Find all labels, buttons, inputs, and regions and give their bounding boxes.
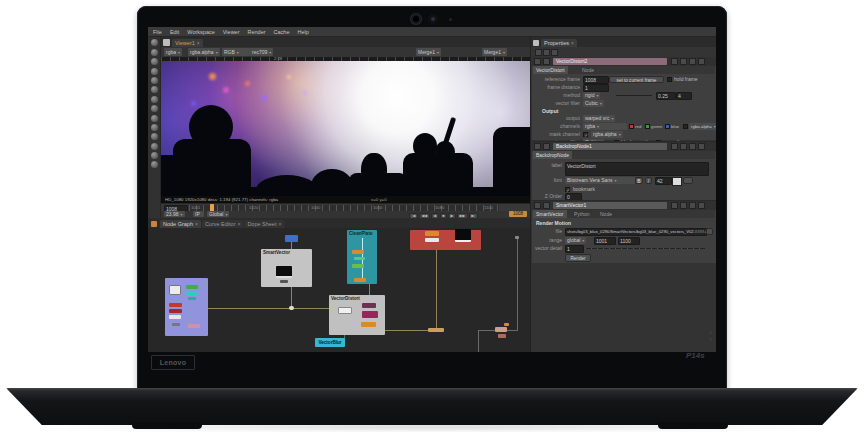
node-red[interactable] xyxy=(169,303,182,307)
toolbar-color-icon[interactable] xyxy=(151,77,158,84)
drag-handle-icon[interactable] xyxy=(534,202,541,209)
alpha-checkbox[interactable] xyxy=(683,124,688,129)
reference-frame-field[interactable]: 1008 xyxy=(583,76,609,84)
viewer-layer-dropdown[interactable]: rgba xyxy=(164,48,182,56)
node-read[interactable] xyxy=(169,285,181,295)
tab-close-icon[interactable]: × xyxy=(571,40,574,46)
empty-panels-icon[interactable] xyxy=(543,49,550,56)
set-to-current-frame-button[interactable]: set to current frame xyxy=(609,76,664,83)
ip-toggle[interactable]: IP xyxy=(193,211,204,217)
toolbar-filter-icon[interactable] xyxy=(151,86,158,93)
close-panel-icon[interactable] xyxy=(698,202,705,209)
backdrop-smartvector[interactable]: SmartVector xyxy=(261,249,312,287)
toolbar-particles-icon[interactable] xyxy=(151,133,158,140)
italic-button[interactable]: I xyxy=(645,177,652,184)
float-panel-icon[interactable] xyxy=(680,202,687,209)
float-panel-icon[interactable] xyxy=(680,58,687,65)
node-orange[interactable] xyxy=(425,231,439,236)
node-orange[interactable] xyxy=(354,278,366,282)
tab-close-icon[interactable]: × xyxy=(278,221,281,227)
toolbar-3d-icon[interactable] xyxy=(151,124,158,131)
node-read-thumbnail[interactable] xyxy=(455,229,471,242)
pane-icon[interactable] xyxy=(533,40,539,46)
menu-render[interactable]: Render xyxy=(248,29,266,35)
drag-handle-icon[interactable] xyxy=(534,58,541,65)
method-max-field[interactable]: 4 xyxy=(676,92,692,100)
node-green[interactable] xyxy=(186,285,198,289)
toolbar-other-icon[interactable] xyxy=(151,161,158,168)
channels-dropdown[interactable]: rgba xyxy=(583,123,627,130)
lock-panels-icon[interactable] xyxy=(535,49,542,56)
file-browser-icon[interactable] xyxy=(706,228,713,235)
vector-detail-field[interactable]: 1 xyxy=(565,245,584,253)
viewer-input-b-dropdown[interactable]: Merge1 xyxy=(482,48,507,56)
node-name-field[interactable]: BackdropNode1 xyxy=(553,143,667,150)
node-name-field[interactable]: VectorDistort2 xyxy=(553,58,667,65)
bold-button[interactable]: B xyxy=(635,177,643,184)
drag-handle-icon[interactable] xyxy=(534,143,541,150)
node-cyan-small[interactable] xyxy=(188,297,196,300)
toolbar-time-icon[interactable] xyxy=(151,58,158,65)
tab-close-icon[interactable]: × xyxy=(237,221,240,227)
viewer-tab-close-icon[interactable]: × xyxy=(197,40,200,46)
menu-help[interactable]: Help xyxy=(297,29,308,35)
hold-frame-checkbox[interactable] xyxy=(667,77,672,82)
toolbar-deep-icon[interactable] xyxy=(151,143,158,150)
method-dropdown[interactable]: rigid xyxy=(583,92,600,99)
backdrop-cleanplate[interactable]: CleanPlate xyxy=(347,230,377,284)
node-plum[interactable] xyxy=(362,303,376,308)
center-node-icon[interactable] xyxy=(671,202,678,209)
viewer-gamma-toggle[interactable] xyxy=(240,48,250,56)
backdrop-vectordistort[interactable]: VectorDistort xyxy=(329,295,385,335)
menu-edit[interactable]: Edit xyxy=(170,29,179,35)
mask-channel-dropdown[interactable]: rgba.alpha xyxy=(591,131,623,138)
menu-file[interactable]: File xyxy=(153,29,162,35)
font-dropdown[interactable]: Bitstream Vera Sans xyxy=(565,177,635,184)
node-green[interactable] xyxy=(352,264,364,268)
range-to-field[interactable]: 1100 xyxy=(618,237,640,245)
range-from-field[interactable]: 1001 xyxy=(594,237,616,245)
node-tan[interactable] xyxy=(428,328,444,332)
node-pink[interactable] xyxy=(188,324,200,328)
node-graph-canvas[interactable]: SmartVector CleanPlate xyxy=(148,228,530,352)
menu-viewer[interactable]: Viewer xyxy=(223,29,240,35)
color-picker-button[interactable] xyxy=(683,177,693,184)
menu-workspace[interactable]: Workspace xyxy=(187,29,214,35)
vector-filter-dropdown[interactable]: Cubic xyxy=(583,100,604,107)
close-panel-icon[interactable] xyxy=(698,58,705,65)
backdrop-red[interactable] xyxy=(410,230,481,250)
tab-close-icon[interactable]: × xyxy=(195,221,198,227)
tab-curve-editor[interactable]: Curve Editor × xyxy=(202,220,244,228)
node-green[interactable] xyxy=(354,257,365,260)
vector-detail-slider[interactable] xyxy=(585,248,705,249)
node-color-icon[interactable] xyxy=(543,58,550,65)
node-blue[interactable] xyxy=(285,235,298,242)
viewer-input-a-dropdown[interactable]: Merge1 xyxy=(416,48,441,56)
float-panel-icon[interactable] xyxy=(680,143,687,150)
current-frame-display[interactable]: 1008 xyxy=(509,211,527,217)
help-icon[interactable] xyxy=(689,143,696,150)
tab-python[interactable]: Python xyxy=(571,210,593,218)
node-cyan[interactable] xyxy=(186,291,198,295)
tab-node[interactable]: Node xyxy=(579,66,597,74)
toolbar-channel-icon[interactable] xyxy=(151,68,158,75)
node-color-icon[interactable] xyxy=(543,143,550,150)
center-node-icon[interactable] xyxy=(671,58,678,65)
pane-icon[interactable] xyxy=(163,39,170,46)
viewer-image-concert[interactable] xyxy=(161,61,530,196)
tab-vectordistort[interactable]: VectorDistort xyxy=(533,66,568,74)
blue-checkbox[interactable] xyxy=(665,124,670,129)
toolbar-views-icon[interactable] xyxy=(151,152,158,159)
help-icon[interactable] xyxy=(689,202,696,209)
node-dot[interactable] xyxy=(289,306,294,310)
viewer-tab[interactable]: Viewer1 × xyxy=(172,39,203,47)
font-size-field[interactable]: 42 xyxy=(655,177,672,185)
help-icon[interactable] xyxy=(689,58,696,65)
file-path-field[interactable]: shots/bg03_blue_0290/SmartVectors/bg03_b… xyxy=(565,228,707,236)
node-read-thumbnail[interactable] xyxy=(276,266,292,278)
tab-node-graph[interactable]: Node Graph × xyxy=(160,220,201,228)
close-panel-icon[interactable] xyxy=(698,143,705,150)
label-textarea[interactable]: VectorDistort xyxy=(565,162,709,176)
bookmark-checkbox[interactable] xyxy=(565,187,570,192)
backdrop-lavender[interactable] xyxy=(165,278,208,336)
